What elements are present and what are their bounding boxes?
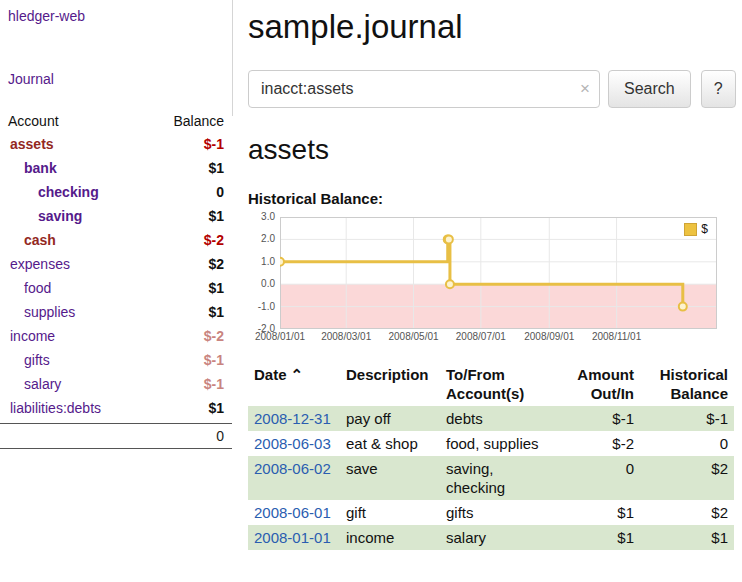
transaction-description: eat & shop [340,431,440,456]
sidebar-account-checking[interactable]: checking [0,182,99,202]
sidebar-account-supplies[interactable]: supplies [0,302,75,322]
sidebar-account-saving[interactable]: saving [0,206,82,226]
account-balance: $-1 [204,134,224,154]
account-balance: 0 [216,182,224,202]
legend-label: $ [701,222,708,236]
sidebar-account-liabilities-debts[interactable]: liabilities:debts [0,398,101,418]
sidebar-account-bank[interactable]: bank [0,158,57,178]
legend-swatch-icon [684,223,697,236]
sidebar-divider [232,0,233,116]
account-balance: $-1 [204,374,224,394]
accounts-table-header: Account Balance [8,113,224,129]
accounts-total-row: 0 [0,423,232,449]
transaction-balance: $1 [640,525,734,550]
clear-search-icon[interactable]: × [580,79,590,99]
register-row: 2008-06-03 eat & shop food, supplies $-2… [248,431,734,456]
account-column-header: Account [8,113,59,129]
transaction-accounts: debts [440,406,558,431]
sidebar-account-assets[interactable]: assets [0,134,54,154]
account-row: gifts $-1 [0,348,232,372]
transaction-accounts: saving, checking [440,456,558,500]
transaction-balance: $-1 [640,406,734,431]
header-amount-out-in: Amount Out/In [558,362,640,406]
account-balance: $-1 [204,350,224,370]
balance-chart-svg [280,217,717,329]
account-row: salary $-1 [0,372,232,396]
header-date[interactable]: Date⌃ [248,362,340,406]
transaction-balance: $2 [640,456,734,500]
transaction-date-link[interactable]: 2008-12-31 [254,410,331,427]
chart-x-labels: 2008/01/012008/03/012008/05/012008/07/01… [280,329,717,344]
sidebar-account-salary[interactable]: salary [0,374,61,394]
sidebar-account-food[interactable]: food [0,278,51,298]
account-row: assets $-1 [0,132,232,156]
main-content: sample.journal × Search ? assets Histori… [248,0,734,550]
transaction-amount: $-1 [558,406,640,431]
transaction-amount: 0 [558,456,640,500]
transaction-date-link[interactable]: 2008-06-01 [254,504,331,521]
transaction-amount: $1 [558,525,640,550]
account-row: income $-2 [0,324,232,348]
account-balance: $1 [208,278,224,298]
brand-link[interactable]: hledger-web [8,8,232,24]
account-row: food $1 [0,276,232,300]
sidebar: hledger-web Journal Account Balance asse… [0,0,232,449]
transaction-date-link[interactable]: 2008-06-02 [254,460,331,477]
account-row: saving $1 [0,204,232,228]
register-row: 2008-06-01 gift gifts $1 $2 [248,500,734,525]
transaction-date-link[interactable]: 2008-06-03 [254,435,331,452]
search-bar: × Search ? [248,70,734,108]
account-balance: $2 [208,254,224,274]
transaction-balance: 0 [640,431,734,456]
page-title: sample.journal [248,8,734,46]
sidebar-account-expenses[interactable]: expenses [0,254,70,274]
header-tofrom-accounts: To/From Account(s) [440,362,558,406]
transaction-description: gift [340,500,440,525]
sidebar-account-gifts[interactable]: gifts [0,350,50,370]
account-row: cash $-2 [0,228,232,252]
chart-plot-area: $ [280,217,717,329]
chart-title: Historical Balance: [248,190,734,207]
chart-y-labels: 3.02.01.00.0-1.0-2.0 [248,217,280,329]
chart-legend: $ [681,221,711,237]
sidebar-account-cash[interactable]: cash [0,230,56,250]
account-balance: $1 [208,206,224,226]
sort-asc-icon: ⌃ [291,366,304,383]
header-date-label: Date [254,366,287,383]
account-row: checking 0 [0,180,232,204]
account-balance: $1 [208,398,224,418]
account-balance: $-2 [204,326,224,346]
transaction-date-link[interactable]: 2008-01-01 [254,529,331,546]
search-input-wrap: × [248,70,600,108]
account-heading: assets [248,134,734,166]
accounts-total-value: 0 [216,426,224,446]
register-row: 2008-01-01 income salary $1 $1 [248,525,734,550]
account-row: bank $1 [0,156,232,180]
transaction-description: save [340,456,440,500]
register-header-row: Date⌃ Description To/From Account(s) Amo… [248,362,734,406]
register-row: 2008-06-02 save saving, checking 0 $2 [248,456,734,500]
search-input[interactable] [248,70,600,108]
transaction-balance: $2 [640,500,734,525]
search-button[interactable]: Search [608,70,691,108]
account-row: liabilities:debts $1 [0,396,232,420]
transaction-amount: $1 [558,500,640,525]
sidebar-account-income[interactable]: income [0,326,55,346]
register-table: Date⌃ Description To/From Account(s) Amo… [248,362,734,550]
sidebar-item-journal[interactable]: Journal [8,71,232,87]
transaction-accounts: salary [440,525,558,550]
transaction-amount: $-2 [558,431,640,456]
help-button[interactable]: ? [701,70,736,108]
account-balance: $1 [208,302,224,322]
header-historical-balance: Historical Balance [640,362,734,406]
account-balance: $-2 [204,230,224,250]
transaction-description: income [340,525,440,550]
app-window: hledger-web Journal Account Balance asse… [0,0,742,582]
transaction-description: pay off [340,406,440,431]
account-row: supplies $1 [0,300,232,324]
account-row: expenses $2 [0,252,232,276]
transaction-accounts: food, supplies [440,431,558,456]
header-description: Description [340,362,440,406]
register-row: 2008-12-31 pay off debts $-1 $-1 [248,406,734,431]
balance-column-header: Balance [173,113,224,129]
